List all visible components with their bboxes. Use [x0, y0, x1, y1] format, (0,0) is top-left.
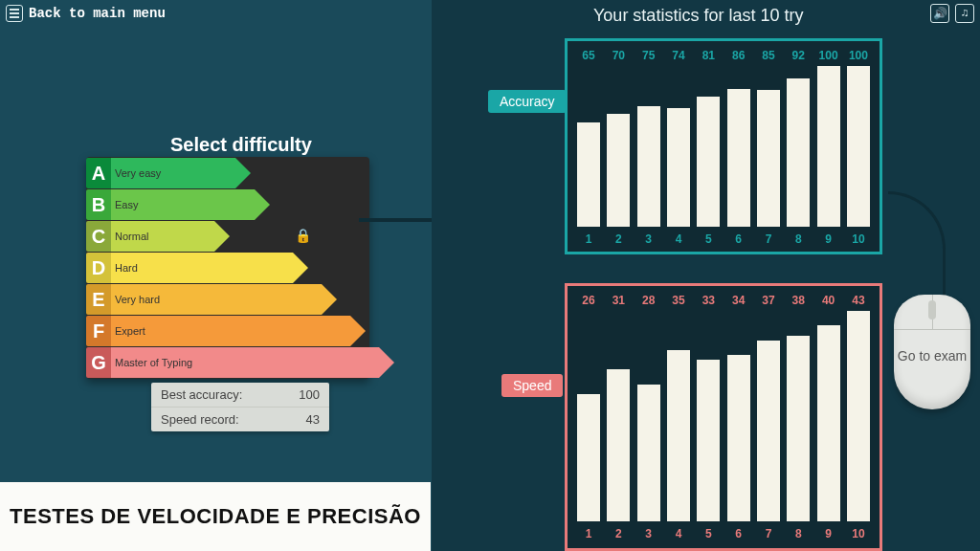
chart-bar: [727, 89, 750, 227]
chart-tick: 9: [817, 527, 840, 540]
chart-bar: [697, 97, 720, 227]
chart-value: 100: [847, 49, 870, 62]
speed-values-row: 26312835333437384043: [577, 294, 870, 307]
chart-value: 28: [637, 294, 660, 307]
chart-value: 75: [637, 49, 660, 62]
speed-chart: 26312835333437384043 12345678910: [565, 283, 882, 551]
chart-tick: 4: [667, 232, 690, 246]
promo-banner: TESTES DE VELOCIDADE E PRECISÃO: [0, 482, 431, 551]
music-icon: ♫: [961, 7, 968, 20]
chart-value: 85: [757, 49, 780, 62]
speed-bars: [577, 311, 870, 521]
difficulty-list: A Very easy B Easy C Normal D Hard E Ver…: [86, 157, 379, 378]
chart-value: 33: [697, 294, 720, 307]
best-accuracy-value: 100: [299, 387, 320, 402]
chart-value: 70: [607, 49, 630, 62]
chart-bar: [577, 394, 600, 521]
chart-value: 81: [697, 49, 720, 62]
difficulty-letter: B: [86, 189, 111, 220]
chart-value: 65: [577, 49, 600, 62]
chart-tick: 9: [817, 232, 840, 246]
chart-value: 40: [817, 294, 840, 307]
difficulty-letter: D: [86, 253, 111, 283]
difficulty-letter: C: [86, 221, 111, 252]
chart-value: 86: [727, 49, 750, 62]
chart-value: 26: [577, 294, 600, 307]
mouse-cord: [888, 191, 946, 297]
sound-toggle-button[interactable]: 🔊: [930, 4, 949, 23]
difficulty-letter: G: [86, 347, 111, 378]
menu-icon: [6, 5, 23, 22]
chart-value: 38: [787, 294, 810, 307]
chart-tick: 6: [727, 527, 750, 540]
chart-bar: [787, 78, 810, 227]
chart-tick: 1: [577, 527, 600, 540]
chart-bar: [817, 66, 840, 227]
chart-value: 31: [607, 294, 630, 307]
chart-bar: [637, 385, 660, 521]
chart-tick: 3: [637, 232, 660, 246]
accuracy-chart: 6570757481868592100100 12345678910: [565, 38, 882, 254]
chart-tick: 2: [607, 232, 630, 246]
sound-icon: 🔊: [933, 7, 947, 21]
difficulty-row-expert[interactable]: F Expert: [86, 316, 379, 346]
difficulty-row-hard[interactable]: D Hard: [86, 253, 379, 283]
chart-bar: [817, 325, 840, 521]
chart-bar: [577, 122, 600, 227]
chart-bar: [847, 66, 870, 227]
music-toggle-button[interactable]: ♫: [955, 4, 974, 23]
chart-bar: [607, 114, 630, 227]
chart-bar: [847, 311, 870, 521]
chart-bar: [637, 106, 660, 227]
chart-tick: 1: [577, 232, 600, 246]
chart-tick: 2: [607, 527, 630, 540]
go-to-exam-button[interactable]: Go to exam: [894, 295, 970, 409]
difficulty-row-normal[interactable]: C Normal: [86, 221, 379, 252]
difficulty-row-easy[interactable]: B Easy: [86, 189, 379, 220]
chart-value: 34: [727, 294, 750, 307]
chart-tick: 7: [757, 232, 780, 246]
accuracy-xaxis: 12345678910: [577, 232, 870, 246]
speed-record-label: Speed record:: [161, 412, 239, 427]
best-accuracy-label: Best accuracy:: [161, 387, 242, 402]
speed-label: Speed: [501, 374, 563, 397]
chart-tick: 5: [697, 232, 720, 246]
difficulty-label: Very hard: [111, 284, 322, 315]
chart-value: 100: [817, 49, 840, 62]
difficulty-label: Hard: [111, 253, 293, 283]
records-card: Best accuracy: 100 Speed record: 43: [151, 383, 329, 431]
exam-button-label: Go to exam: [894, 348, 970, 364]
chart-tick: 6: [727, 232, 750, 246]
difficulty-label: Master of Typing: [111, 347, 379, 378]
lock-icon: 🔒: [295, 228, 311, 243]
chart-bar: [787, 336, 810, 521]
chart-bar: [607, 369, 630, 521]
difficulty-label: Normal: [111, 221, 214, 252]
difficulty-row-master[interactable]: G Master of Typing: [86, 347, 379, 378]
difficulty-letter: F: [86, 316, 111, 346]
difficulty-row-very-easy[interactable]: A Very easy: [86, 158, 379, 188]
back-label: Back to main menu: [29, 6, 166, 21]
mouse-divider: [894, 329, 970, 330]
back-to-menu-button[interactable]: Back to main menu: [6, 5, 166, 22]
mouse-wheel-icon: [928, 300, 936, 320]
chart-tick: 8: [787, 527, 810, 540]
accuracy-values-row: 6570757481868592100100: [577, 49, 870, 62]
chart-bar: [727, 355, 750, 521]
difficulty-title: Select difficulty: [170, 134, 312, 156]
chart-tick: 7: [757, 527, 780, 540]
difficulty-row-very-hard[interactable]: E Very hard: [86, 284, 379, 315]
difficulty-label: Very easy: [111, 158, 235, 188]
chart-bar: [757, 341, 780, 521]
chart-tick: 4: [667, 527, 690, 540]
chart-bar: [667, 108, 690, 227]
chart-bar: [667, 350, 690, 521]
chart-tick: 8: [787, 232, 810, 246]
chart-tick: 5: [697, 527, 720, 540]
difficulty-letter: A: [86, 158, 111, 188]
chart-value: 92: [787, 49, 810, 62]
chart-tick: 10: [847, 232, 870, 246]
chart-tick: 10: [847, 527, 870, 540]
chart-value: 35: [667, 294, 690, 307]
chart-bar: [757, 90, 780, 227]
